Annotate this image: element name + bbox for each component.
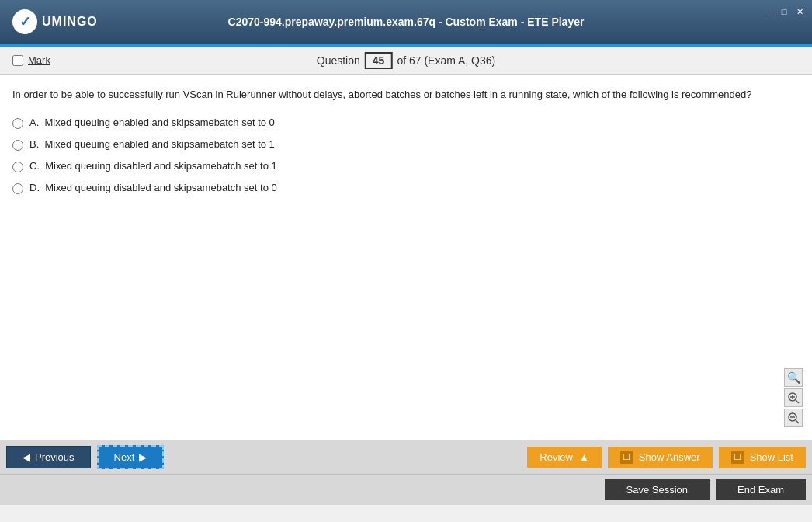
svg-line-5 <box>796 420 799 423</box>
radio-a[interactable] <box>12 118 23 129</box>
radio-d[interactable] <box>12 183 23 194</box>
zoom-out-button[interactable] <box>784 409 803 427</box>
nav-bar: ◀ Previous Next ▶ Review ▲ ☐ Show Answer… <box>0 440 812 474</box>
review-dropdown-icon: ▲ <box>579 451 589 463</box>
show-answer-button[interactable]: ☐ Show Answer <box>608 447 713 468</box>
title-bar: ✓ UMINGO C2070-994.prepaway.premium.exam… <box>0 0 812 44</box>
search-zoom-button[interactable]: 🔍 <box>784 368 803 387</box>
save-session-button[interactable]: Save Session <box>605 479 710 500</box>
option-a-text: A. Mixed queuing enabled and skipsamebat… <box>29 117 275 128</box>
mark-checkbox-input[interactable] <box>12 55 23 66</box>
logo-icon: ✓ <box>12 9 37 34</box>
prev-arrow-icon: ◀ <box>23 451 30 463</box>
show-list-checkbox-icon: ☐ <box>734 452 741 462</box>
zoom-in-button[interactable] <box>784 388 803 407</box>
end-exam-label: End Exam <box>737 484 784 496</box>
maximize-button[interactable]: □ <box>778 6 790 17</box>
minimize-button[interactable]: _ <box>762 6 775 17</box>
question-number: 45 <box>365 52 393 69</box>
show-answer-icon-box: ☐ <box>620 451 633 464</box>
previous-label: Previous <box>35 451 75 463</box>
question-nav: Question 45 of 67 (Exam A, Q36) <box>317 52 495 69</box>
mark-bar: Mark Question 45 of 67 (Exam A, Q36) <box>0 47 812 75</box>
option-c-text: C. Mixed queuing disabled and skipsameba… <box>29 160 277 172</box>
mark-label[interactable]: Mark <box>28 54 50 66</box>
radio-b[interactable] <box>12 140 23 151</box>
show-answer-checkbox-icon: ☐ <box>623 452 630 462</box>
answer-option-c[interactable]: C. Mixed queuing disabled and skipsameba… <box>12 160 800 172</box>
logo-check: ✓ <box>19 13 31 30</box>
show-list-button[interactable]: ☐ Show List <box>719 447 806 468</box>
question-info: of 67 (Exam A, Q36) <box>397 54 495 67</box>
svg-line-1 <box>796 400 799 403</box>
option-d-text: D. Mixed queuing disabled and skipsameba… <box>29 182 277 193</box>
mark-checkbox-area[interactable]: Mark <box>12 54 50 66</box>
close-button[interactable]: ✕ <box>793 6 806 17</box>
next-button[interactable]: Next ▶ <box>97 445 165 469</box>
show-answer-label: Show Answer <box>639 451 700 463</box>
logo: ✓ UMINGO <box>12 9 98 34</box>
option-b-text: B. Mixed queuing enabled and skipsamebat… <box>29 138 275 150</box>
next-label: Next <box>114 451 135 463</box>
answer-option-d[interactable]: D. Mixed queuing disabled and skipsameba… <box>12 182 800 194</box>
next-arrow-icon: ▶ <box>139 451 147 463</box>
content-area: In order to be able to successfully run … <box>0 75 812 440</box>
zoom-controls: 🔍 <box>784 368 803 427</box>
end-exam-button[interactable]: End Exam <box>716 479 806 500</box>
title-bar-text: C2070-994.prepaway.premium.exam.67q - Cu… <box>228 16 585 28</box>
review-label: Review <box>540 451 573 463</box>
show-list-icon-box: ☐ <box>731 451 744 464</box>
question-text: In order to be able to successfully run … <box>12 87 800 103</box>
answer-option-b[interactable]: B. Mixed queuing enabled and skipsamebat… <box>12 138 800 151</box>
answer-option-a[interactable]: A. Mixed queuing enabled and skipsamebat… <box>12 117 800 129</box>
logo-text: UMINGO <box>42 15 98 29</box>
radio-c[interactable] <box>12 162 23 172</box>
question-label: Question <box>317 54 360 67</box>
show-list-label: Show List <box>750 451 793 463</box>
review-button[interactable]: Review ▲ <box>527 447 602 468</box>
previous-button[interactable]: ◀ Previous <box>6 446 91 468</box>
save-session-label: Save Session <box>626 484 689 496</box>
action-bar: Save Session End Exam <box>0 474 812 505</box>
window-controls: _ □ ✕ <box>762 6 806 17</box>
